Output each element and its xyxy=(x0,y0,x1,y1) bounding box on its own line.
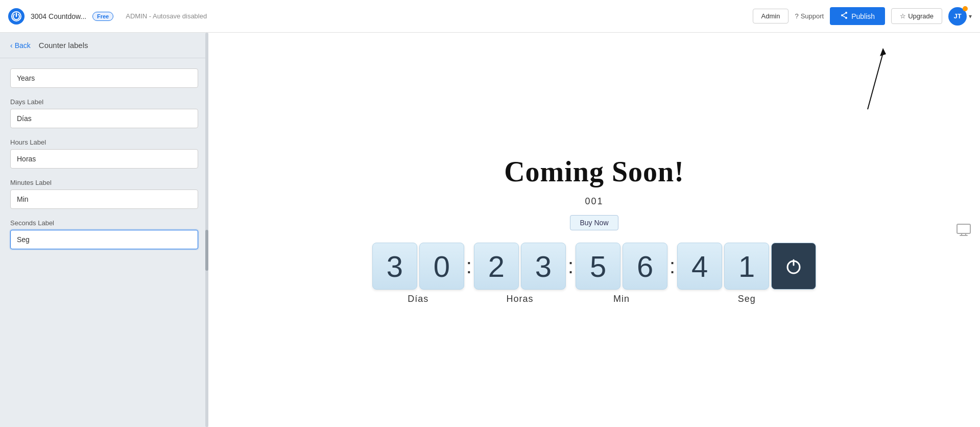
countdown-row: 3 0 Días : 2 xyxy=(372,243,816,304)
horas-group: 2 3 Horas xyxy=(474,243,566,304)
hours-label: Hours Label xyxy=(10,138,198,146)
topbar: 3004 Countdow... Free ADMIN - Autosave d… xyxy=(0,0,980,33)
sidebar-header: ‹ Back Counter labels xyxy=(0,33,208,58)
dias-group: 3 0 Días xyxy=(372,243,464,304)
support-link[interactable]: ? Support xyxy=(795,12,824,20)
years-field-group xyxy=(10,68,198,88)
buy-now-button[interactable]: Buy Now xyxy=(570,215,618,230)
preview-content: Coming Soon! 001 Buy Now 3 0 Días xyxy=(372,155,816,304)
horas-digits: 2 3 xyxy=(474,243,566,290)
preview-title: Coming Soon! xyxy=(504,155,684,188)
share-icon xyxy=(840,11,848,21)
svg-point-1 xyxy=(845,12,847,14)
svg-rect-10 xyxy=(957,224,970,233)
seconds-label: Seconds Label xyxy=(10,219,198,227)
dias-digit-1: 3 xyxy=(372,243,417,290)
years-input[interactable] xyxy=(10,68,198,88)
seconds-input[interactable] xyxy=(10,230,198,249)
min-digit-1: 5 xyxy=(576,243,620,290)
notification-dot xyxy=(963,6,968,11)
colon-1: : xyxy=(464,255,474,278)
question-icon: ? xyxy=(795,12,798,20)
minutes-input[interactable] xyxy=(10,189,198,209)
back-chevron-icon: ‹ xyxy=(10,41,13,50)
app-title: 3004 Countdow... xyxy=(31,12,86,20)
back-button[interactable]: ‹ Back xyxy=(10,41,31,50)
svg-line-4 xyxy=(843,13,845,15)
sidebar: ‹ Back Counter labels Days Label Hours L… xyxy=(0,33,208,427)
preview-area: Coming Soon! 001 Buy Now 3 0 Días xyxy=(208,33,980,427)
seg-label: Seg xyxy=(738,294,756,304)
horas-digit-1: 2 xyxy=(474,243,519,290)
horas-digit-2: 3 xyxy=(521,243,566,290)
sidebar-content: Days Label Hours Label Minutes Label Sec… xyxy=(0,58,208,270)
arrow-annotation xyxy=(827,48,888,116)
screen-view-icon[interactable] xyxy=(955,222,972,238)
svg-point-2 xyxy=(841,14,843,16)
free-badge: Free xyxy=(92,12,113,21)
sidebar-title: Counter labels xyxy=(39,41,88,50)
minutes-field-group: Minutes Label xyxy=(10,179,198,209)
colon-3: : xyxy=(667,255,677,278)
seg-digit-1: 4 xyxy=(677,243,722,290)
days-label: Days Label xyxy=(10,98,198,106)
hours-input[interactable] xyxy=(10,149,198,169)
user-avatar[interactable]: JT xyxy=(948,7,967,26)
main-layout: ‹ Back Counter labels Days Label Hours L… xyxy=(0,33,980,427)
min-group: 5 6 Min xyxy=(576,243,667,304)
dias-label: Días xyxy=(408,294,428,304)
preview-subtitle: 001 xyxy=(585,196,603,207)
avatar-dropdown-icon[interactable]: ▾ xyxy=(969,13,972,20)
hours-field-group: Hours Label xyxy=(10,138,198,169)
min-digits: 5 6 xyxy=(576,243,667,290)
publish-button[interactable]: Publish xyxy=(830,7,885,25)
svg-line-6 xyxy=(868,53,883,109)
svg-marker-7 xyxy=(880,48,886,56)
upgrade-button[interactable]: ☆ Upgrade xyxy=(891,8,942,24)
admin-button[interactable]: Admin xyxy=(753,9,789,23)
colon-2: : xyxy=(566,255,576,278)
seg-group: 4 1 Seg xyxy=(677,243,816,304)
seconds-field-group: Seconds Label xyxy=(10,219,198,249)
min-label: Min xyxy=(613,294,630,304)
svg-point-3 xyxy=(845,17,847,19)
horas-label: Horas xyxy=(506,294,533,304)
star-icon: ☆ xyxy=(900,12,906,20)
minutes-label: Minutes Label xyxy=(10,179,198,186)
days-field-group: Days Label xyxy=(10,98,198,128)
svg-line-5 xyxy=(843,16,845,17)
seg-digit-2: 1 xyxy=(724,243,769,290)
power-icon-box xyxy=(771,243,816,290)
dias-digits: 3 0 xyxy=(372,243,464,290)
admin-status: ADMIN - Autosave disabled xyxy=(126,12,207,20)
days-input[interactable] xyxy=(10,109,198,128)
dias-digit-2: 0 xyxy=(419,243,464,290)
seg-digits: 4 1 xyxy=(677,243,816,290)
min-digit-2: 6 xyxy=(623,243,667,290)
logo-icon xyxy=(8,8,25,25)
